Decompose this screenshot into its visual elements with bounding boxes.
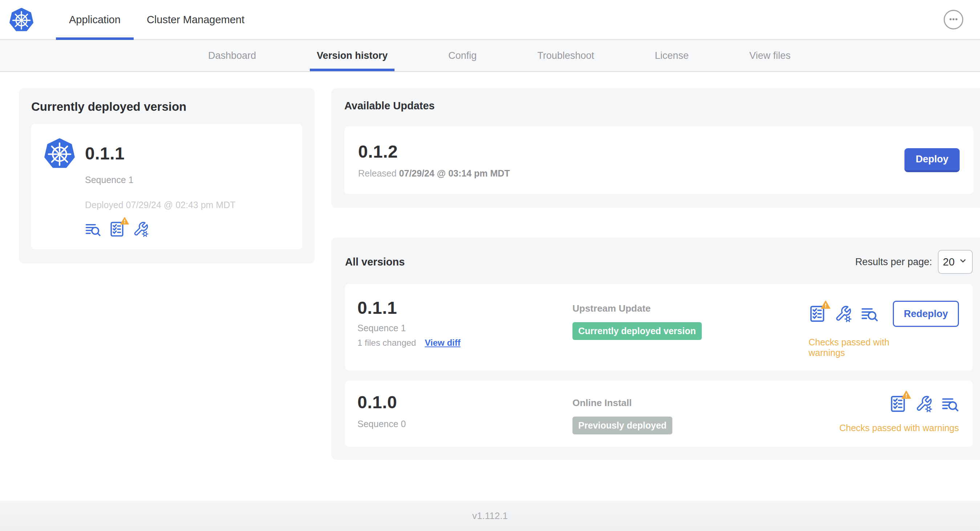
- view-diff-link[interactable]: View diff: [425, 338, 460, 348]
- deployed-version-number: 0.1.1: [85, 143, 124, 164]
- kubernetes-logo-icon: [10, 7, 33, 32]
- release-notes-icon[interactable]: [942, 395, 959, 413]
- redeploy-button[interactable]: Redeploy: [893, 301, 959, 327]
- deploy-button[interactable]: Deploy: [904, 148, 960, 172]
- released-date: 07/29/24 @ 03:14 pm MDT: [399, 168, 510, 178]
- preflight-checks-icon[interactable]: [808, 305, 826, 323]
- deployed-timestamp: Deployed 07/29/24 @ 02:43 pm MDT: [85, 200, 289, 210]
- results-per-page: Results per page: 20: [855, 250, 973, 274]
- results-per-page-value: 20: [943, 256, 955, 268]
- row-sequence-label: Sequence 0: [358, 419, 573, 429]
- all-versions-panel: All versions Results per page: 20: [331, 237, 980, 460]
- top-bar: Application Cluster Management: [0, 0, 980, 40]
- warning-triangle-icon: [821, 300, 830, 310]
- main-content: Currently deployed version 0.1.1 Sequenc…: [0, 72, 980, 501]
- deployed-sequence-label: Sequence 1: [85, 175, 289, 185]
- app-subnav: Dashboard Version history Config Trouble…: [0, 40, 980, 72]
- top-tab-bar: Application Cluster Management: [56, 0, 258, 39]
- kubernetes-app-icon: [44, 138, 75, 169]
- version-row-0-1-1: 0.1.1 Sequence 1 1 files changed View di…: [345, 284, 973, 370]
- row-actions: Redeploy: [808, 301, 959, 327]
- version-source-label: Online Install: [573, 397, 808, 409]
- results-per-page-select[interactable]: 20: [938, 250, 973, 274]
- row-sequence-label: Sequence 1: [358, 323, 573, 334]
- available-updates-title: Available Updates: [344, 100, 974, 112]
- currently-deployed-panel: Currently deployed version 0.1.1 Sequenc…: [19, 88, 315, 263]
- currently-deployed-card: 0.1.1 Sequence 1 Deployed 07/29/24 @ 02:…: [31, 124, 302, 250]
- warning-triangle-icon: [902, 390, 911, 401]
- files-changed-label: 1 files changed: [358, 338, 416, 348]
- tab-cluster-management-label: Cluster Management: [147, 14, 245, 26]
- overflow-menu-button[interactable]: [944, 10, 963, 29]
- row-version-number: 0.1.0: [358, 392, 573, 412]
- tab-application-label: Application: [69, 14, 121, 26]
- subnav-item-dashboard[interactable]: Dashboard: [201, 40, 263, 71]
- preflight-checks-icon[interactable]: [889, 395, 907, 413]
- preflight-checks-icon[interactable]: [109, 221, 125, 237]
- config-wrench-icon[interactable]: [835, 305, 852, 323]
- currently-deployed-badge: Currently deployed version: [573, 322, 702, 340]
- config-wrench-icon[interactable]: [915, 395, 933, 413]
- update-released-line: Released 07/29/24 @ 03:14 pm MDT: [358, 168, 510, 179]
- chevron-down-icon: [958, 256, 968, 268]
- checks-status-label: Checks passed with warnings: [808, 337, 890, 358]
- row-version-number: 0.1.1: [358, 298, 573, 318]
- subnav-item-view-files[interactable]: View files: [743, 40, 798, 71]
- all-versions-title: All versions: [345, 256, 405, 268]
- deployed-version-header: 0.1.1: [44, 138, 289, 169]
- right-column: Available Updates 0.1.2 Released 07/29/2…: [331, 88, 980, 460]
- available-updates-panel: Available Updates 0.1.2 Released 07/29/2…: [331, 88, 980, 208]
- config-wrench-icon[interactable]: [133, 221, 149, 237]
- tab-application[interactable]: Application: [56, 0, 134, 39]
- console-version-label: v1.112.1: [472, 510, 508, 521]
- results-per-page-label: Results per page:: [855, 256, 932, 268]
- subnav-item-config[interactable]: Config: [441, 40, 484, 71]
- released-label: Released: [358, 168, 397, 178]
- deployed-version-actions: [85, 221, 289, 237]
- available-update-card: 0.1.2 Released 07/29/24 @ 03:14 pm MDT D…: [344, 126, 974, 194]
- admin-console-page: Application Cluster Management Dashboard…: [0, 0, 980, 531]
- ellipsis-icon: [947, 13, 960, 27]
- release-notes-icon[interactable]: [861, 305, 878, 323]
- release-notes-icon[interactable]: [85, 221, 101, 237]
- currently-deployed-title: Currently deployed version: [31, 100, 302, 114]
- row-actions: [889, 395, 959, 413]
- subnav-item-license[interactable]: License: [648, 40, 695, 71]
- update-version-number: 0.1.2: [358, 141, 510, 162]
- version-source-label: Upstream Update: [573, 303, 808, 314]
- version-row-0-1-0: 0.1.0 Sequence 0 Online Install Previous…: [345, 381, 973, 447]
- warning-triangle-icon: [120, 217, 129, 226]
- subnav-item-troubleshoot[interactable]: Troubleshoot: [530, 40, 601, 71]
- subnav-item-version-history[interactable]: Version history: [310, 40, 395, 71]
- checks-status-label: Checks passed with warnings: [839, 423, 959, 433]
- page-footer: v1.112.1: [0, 501, 980, 531]
- previously-deployed-badge: Previously deployed: [573, 417, 672, 434]
- tab-cluster-management[interactable]: Cluster Management: [134, 0, 258, 39]
